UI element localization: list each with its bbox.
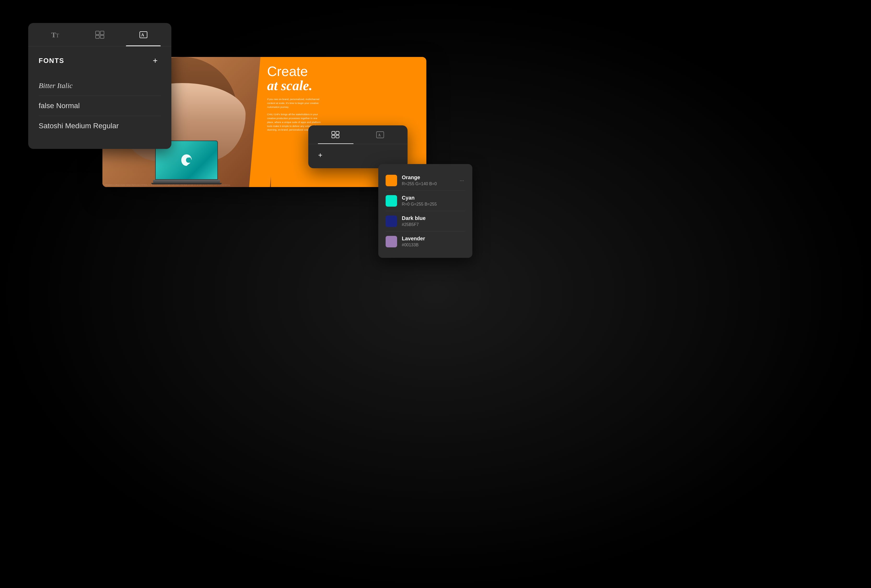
right-tab-fonts[interactable]: A <box>358 126 402 144</box>
svg-rect-5 <box>100 35 104 38</box>
right-section-header: + <box>314 150 401 161</box>
color-swatch-cyan <box>386 195 397 206</box>
right-tab-brand[interactable] <box>313 126 358 144</box>
font-item-satoshi[interactable]: Satoshi Medium Regular <box>39 116 161 136</box>
font-name-bitter: Bitter Italic <box>39 81 73 90</box>
svg-text:T: T <box>56 33 59 38</box>
fonts-label: FONTS <box>39 57 64 65</box>
svg-text:A: A <box>378 133 381 137</box>
svg-rect-3 <box>100 31 104 35</box>
typography-icon: T T <box>50 28 63 41</box>
color-value-darkblue: #25B5F7 <box>402 222 465 227</box>
color-info-cyan: Cyan R=0 G=255 B=255 <box>402 195 465 206</box>
font-name-false: false Normal <box>39 102 80 110</box>
fonts-panel: T T A <box>28 23 171 149</box>
doc-body-1: If you nee on-brand, personalized, multi… <box>267 97 325 109</box>
tab-fonts[interactable]: A <box>121 23 165 46</box>
add-font-button[interactable]: + <box>150 55 161 66</box>
color-info-orange: Orange R=255 G=140 B=0 <box>402 175 454 186</box>
tab-brand[interactable] <box>78 23 122 46</box>
color-value-cyan: R=0 G=255 B=255 <box>402 202 465 206</box>
svg-text:T: T <box>51 31 56 39</box>
svg-rect-2 <box>96 31 99 35</box>
tab-typography[interactable]: T T <box>34 23 78 46</box>
color-swatch-darkblue <box>386 215 397 227</box>
right-fonts-icon: A <box>376 131 384 138</box>
colors-panel: Orange R=255 G=140 B=0 ··· Cyan R=0 G=25… <box>378 164 472 258</box>
doc-headline-1: Create <box>267 64 418 79</box>
color-value-lavender: #00133B <box>402 243 465 247</box>
svg-rect-9 <box>336 132 339 135</box>
chili-c-logo-screen <box>177 151 196 169</box>
svg-rect-10 <box>332 135 335 138</box>
right-panel-tabs: A <box>308 126 407 144</box>
right-tabs-panel: A + <box>308 126 407 168</box>
brand-icon <box>94 28 106 41</box>
fonts-tab-icon: A <box>137 28 150 41</box>
right-add-button[interactable]: + <box>314 150 326 161</box>
doc-headline-2: at scale. <box>267 79 418 93</box>
color-item-darkblue: Dark blue #25B5F7 <box>386 211 465 232</box>
color-name-darkblue: Dark blue <box>402 215 465 221</box>
color-name-lavender: Lavender <box>402 236 465 242</box>
font-item-bitter[interactable]: Bitter Italic <box>39 76 161 96</box>
right-brand-icon <box>332 131 340 138</box>
svg-text:A: A <box>141 33 144 37</box>
svg-rect-8 <box>332 132 335 135</box>
fonts-section-header: FONTS + <box>39 55 161 66</box>
panel-tabs: T T A <box>28 23 171 46</box>
font-name-satoshi: Satoshi Medium Regular <box>39 122 119 130</box>
color-swatch-orange <box>386 175 397 186</box>
color-name-cyan: Cyan <box>402 195 465 201</box>
svg-rect-4 <box>96 35 99 38</box>
font-item-false-normal[interactable]: false Normal <box>39 96 161 116</box>
color-info-lavender: Lavender #00133B <box>402 236 465 247</box>
color-swatch-lavender <box>386 236 397 247</box>
color-info-darkblue: Dark blue #25B5F7 <box>402 215 465 227</box>
color-menu-orange[interactable]: ··· <box>458 176 465 184</box>
laptop-base <box>153 180 220 183</box>
color-item-cyan: Cyan R=0 G=255 B=255 <box>386 191 465 211</box>
svg-rect-11 <box>336 135 339 138</box>
color-item-lavender: Lavender #00133B <box>386 232 465 251</box>
fonts-panel-content: FONTS + Bitter Italic false Normal Satos… <box>28 46 171 149</box>
color-name-orange: Orange <box>402 175 454 181</box>
color-value-orange: R=255 G=140 B=0 <box>402 181 454 186</box>
color-item-orange: Orange R=255 G=140 B=0 ··· <box>386 170 465 191</box>
